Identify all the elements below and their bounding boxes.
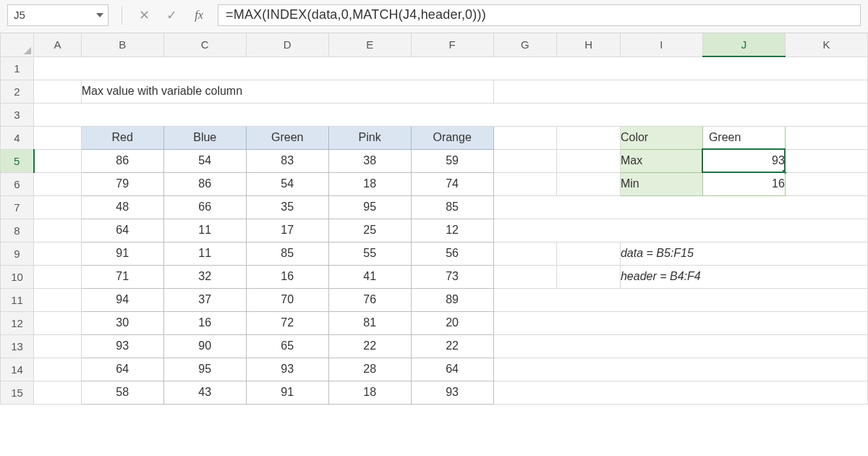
data-cell[interactable]: 35 bbox=[246, 195, 328, 219]
data-cell[interactable]: 18 bbox=[328, 172, 411, 195]
cell[interactable] bbox=[34, 149, 82, 172]
cell[interactable] bbox=[34, 126, 82, 149]
data-cell[interactable]: 16 bbox=[246, 265, 328, 288]
data-cell[interactable]: 56 bbox=[411, 242, 493, 265]
row-header[interactable]: 9 bbox=[1, 242, 34, 265]
data-cell[interactable]: 86 bbox=[81, 149, 163, 172]
cell[interactable] bbox=[557, 172, 621, 195]
cell[interactable] bbox=[34, 80, 82, 103]
data-cell[interactable]: 70 bbox=[246, 288, 328, 311]
data-cell[interactable]: 85 bbox=[246, 242, 328, 265]
data-cell[interactable]: 74 bbox=[411, 172, 493, 195]
note-data-def[interactable]: data = B5:F15 bbox=[620, 242, 867, 265]
cell[interactable] bbox=[34, 103, 868, 126]
data-cell[interactable]: 64 bbox=[81, 219, 163, 242]
cell[interactable] bbox=[34, 172, 82, 195]
chevron-down-icon[interactable] bbox=[96, 13, 103, 17]
data-cell[interactable]: 91 bbox=[246, 381, 328, 404]
data-cell[interactable]: 83 bbox=[246, 149, 328, 172]
name-box[interactable]: J5 bbox=[7, 4, 109, 26]
cell[interactable] bbox=[493, 195, 867, 219]
data-cell[interactable]: 95 bbox=[328, 195, 411, 219]
row-header[interactable]: 1 bbox=[1, 56, 34, 80]
data-cell[interactable]: 16 bbox=[163, 311, 246, 334]
data-cell[interactable]: 64 bbox=[411, 358, 493, 381]
data-cell[interactable]: 20 bbox=[411, 311, 493, 334]
data-cell[interactable]: 85 bbox=[411, 195, 493, 219]
enter-icon[interactable]: ✓ bbox=[163, 7, 180, 24]
side-color-value[interactable]: Green bbox=[702, 126, 785, 149]
data-cell[interactable]: 25 bbox=[328, 219, 411, 242]
col-header[interactable]: C bbox=[163, 33, 246, 56]
data-cell[interactable]: 41 bbox=[328, 265, 411, 288]
row-header[interactable]: 11 bbox=[1, 288, 34, 311]
select-all-corner[interactable] bbox=[1, 33, 34, 56]
data-cell[interactable]: 93 bbox=[246, 358, 328, 381]
data-cell[interactable]: 71 bbox=[81, 265, 163, 288]
data-cell[interactable]: 73 bbox=[411, 265, 493, 288]
data-cell[interactable]: 79 bbox=[81, 172, 163, 195]
col-header[interactable]: G bbox=[493, 33, 557, 56]
data-header[interactable]: Red bbox=[81, 126, 163, 149]
row-header[interactable]: 8 bbox=[1, 219, 34, 242]
cell[interactable] bbox=[34, 265, 82, 288]
data-cell[interactable]: 22 bbox=[411, 334, 493, 358]
data-cell[interactable]: 93 bbox=[81, 334, 163, 358]
data-cell[interactable]: 94 bbox=[81, 288, 163, 311]
data-cell[interactable]: 32 bbox=[163, 265, 246, 288]
data-cell[interactable]: 18 bbox=[328, 381, 411, 404]
data-cell[interactable]: 54 bbox=[246, 172, 328, 195]
row-header[interactable]: 14 bbox=[1, 358, 34, 381]
spreadsheet-grid[interactable]: A B C D E F G H I J K 1 2 Max value with… bbox=[0, 33, 868, 405]
row-header[interactable]: 15 bbox=[1, 381, 34, 404]
side-max-value[interactable]: 93 bbox=[702, 149, 785, 172]
col-header[interactable]: B bbox=[81, 33, 163, 56]
cell[interactable] bbox=[34, 288, 82, 311]
data-cell[interactable]: 66 bbox=[163, 195, 246, 219]
col-header[interactable]: J bbox=[702, 33, 785, 56]
data-header[interactable]: Blue bbox=[163, 126, 246, 149]
cell[interactable] bbox=[34, 242, 82, 265]
col-header[interactable]: K bbox=[785, 33, 867, 56]
data-cell[interactable]: 43 bbox=[163, 381, 246, 404]
cell[interactable] bbox=[557, 265, 621, 288]
cell[interactable] bbox=[493, 358, 867, 381]
row-header[interactable]: 3 bbox=[1, 103, 34, 126]
data-cell[interactable]: 12 bbox=[411, 219, 493, 242]
cell[interactable] bbox=[493, 172, 557, 195]
row-header[interactable]: 5 bbox=[1, 149, 34, 172]
row-header[interactable]: 12 bbox=[1, 311, 34, 334]
cell[interactable] bbox=[34, 358, 82, 381]
data-cell[interactable]: 54 bbox=[163, 149, 246, 172]
data-cell[interactable]: 64 bbox=[81, 358, 163, 381]
data-cell[interactable]: 55 bbox=[328, 242, 411, 265]
cell[interactable] bbox=[785, 172, 867, 195]
col-header[interactable]: F bbox=[411, 33, 493, 56]
cell[interactable] bbox=[493, 265, 557, 288]
data-cell[interactable]: 65 bbox=[246, 334, 328, 358]
cell[interactable] bbox=[493, 311, 867, 334]
page-title[interactable]: Max value with variable column bbox=[81, 80, 493, 103]
col-header[interactable]: E bbox=[328, 33, 411, 56]
side-color-label[interactable]: Color bbox=[620, 126, 702, 149]
col-header[interactable]: I bbox=[620, 33, 702, 56]
cell[interactable] bbox=[493, 381, 867, 404]
data-cell[interactable]: 17 bbox=[246, 219, 328, 242]
row-header[interactable]: 2 bbox=[1, 80, 34, 103]
row-header[interactable]: 6 bbox=[1, 172, 34, 195]
col-header[interactable]: H bbox=[557, 33, 621, 56]
data-cell[interactable]: 86 bbox=[163, 172, 246, 195]
col-header[interactable]: A bbox=[34, 33, 82, 56]
data-cell[interactable]: 72 bbox=[246, 311, 328, 334]
cell[interactable] bbox=[34, 219, 82, 242]
data-cell[interactable]: 48 bbox=[81, 195, 163, 219]
side-min-value[interactable]: 16 bbox=[702, 172, 785, 195]
data-header[interactable]: Pink bbox=[328, 126, 411, 149]
data-cell[interactable]: 30 bbox=[81, 311, 163, 334]
cell[interactable] bbox=[557, 149, 621, 172]
cell[interactable] bbox=[34, 195, 82, 219]
row-header[interactable]: 10 bbox=[1, 265, 34, 288]
cancel-icon[interactable]: ✕ bbox=[135, 7, 153, 24]
cell[interactable] bbox=[493, 80, 867, 103]
row-header[interactable]: 13 bbox=[1, 334, 34, 358]
